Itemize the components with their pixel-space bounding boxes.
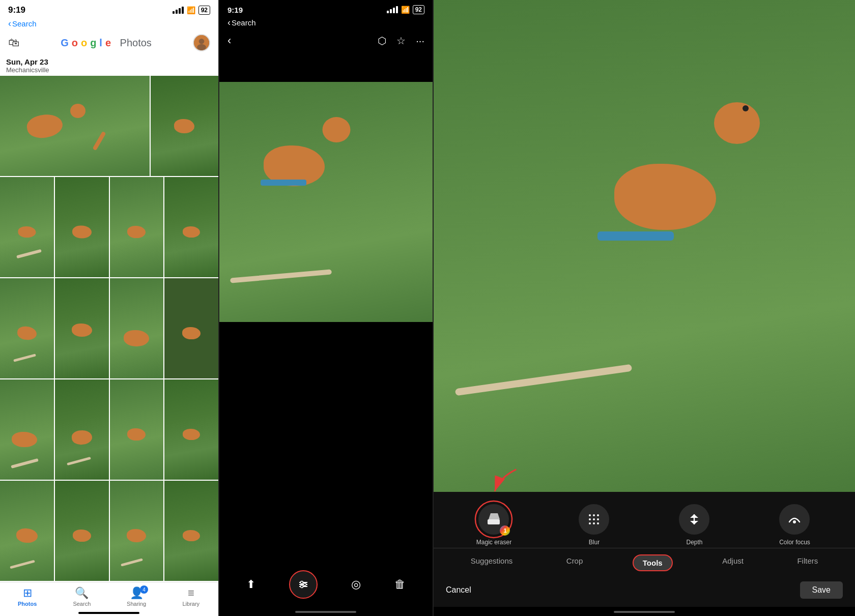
- magic-eraser-badge: 1: [500, 525, 510, 536]
- photo-cell-4b[interactable]: [55, 379, 109, 480]
- tab-filters[interactable]: Filters: [793, 554, 822, 571]
- photo-cell-4a[interactable]: [0, 379, 54, 480]
- photo-cell-5a[interactable]: [0, 481, 54, 581]
- photo-row-3: [0, 278, 218, 378]
- svg-point-17: [593, 518, 595, 520]
- photo-row-4: [0, 379, 218, 480]
- viewer-black-top: [219, 51, 433, 82]
- photos-icon: ⊞: [23, 586, 32, 600]
- blur-label: Blur: [589, 539, 600, 546]
- photo-row-5: [0, 481, 218, 581]
- svg-marker-24: [690, 521, 698, 524]
- back-chevron-gallery: ‹: [8, 18, 11, 29]
- magic-eraser-label: Magic eraser: [476, 539, 511, 546]
- share-icon-viewer[interactable]: ⬆: [246, 578, 255, 591]
- edit-tools-section: 1 Magic eraser: [434, 492, 855, 607]
- viewer-main-photo[interactable]: [219, 82, 433, 322]
- svg-marker-23: [690, 514, 698, 518]
- sharing-badge: 4: [140, 585, 148, 594]
- tools-row: 1 Magic eraser: [434, 500, 855, 548]
- color-focus-label: Color focus: [779, 539, 810, 546]
- depth-icon-svg: [688, 513, 701, 526]
- time-viewer: 9:19: [227, 6, 243, 14]
- svg-point-14: [593, 514, 595, 516]
- magic-eraser-icon-circle[interactable]: 1: [478, 504, 509, 535]
- photo-row-1: [0, 76, 218, 176]
- tool-color-focus[interactable]: Color focus: [772, 504, 817, 546]
- svg-point-8: [300, 585, 303, 588]
- back-row-gallery[interactable]: ‹ Search: [0, 17, 218, 31]
- svg-point-21: [597, 522, 599, 524]
- photo-cell-small-1[interactable]: [151, 76, 218, 176]
- edit-main-photo[interactable]: [434, 0, 855, 492]
- battery-gallery: 92: [198, 6, 210, 15]
- edit-tabs-row: Suggestions Crop Tools Adjust Filters: [434, 548, 855, 575]
- bottom-nav: ⊞ Photos 🔍 Search 👤 4 Sharing ≡ Library: [0, 582, 218, 609]
- tool-magic-eraser[interactable]: 1 Magic eraser: [471, 504, 517, 546]
- photo-cell-5d[interactable]: [164, 481, 218, 581]
- tool-blur[interactable]: Blur: [571, 504, 617, 546]
- tab-tools[interactable]: Tools: [633, 554, 673, 571]
- avatar[interactable]: [193, 34, 210, 51]
- depth-label: Depth: [686, 539, 702, 546]
- date-text: Sun, Apr 23: [6, 57, 212, 66]
- home-indicator-editor: [614, 611, 675, 613]
- svg-point-13: [589, 514, 591, 516]
- photo-cell-2b[interactable]: [55, 177, 109, 277]
- svg-point-1: [199, 39, 205, 44]
- nav-library[interactable]: ≡ Library: [173, 586, 209, 607]
- eraser-icon-svg: [487, 512, 501, 526]
- save-button[interactable]: Save: [800, 581, 843, 599]
- back-label-gallery[interactable]: Search: [12, 19, 37, 28]
- cast-icon[interactable]: ⬡: [378, 35, 386, 47]
- photo-cell-5c[interactable]: [110, 481, 164, 581]
- svg-point-15: [597, 514, 599, 516]
- photo-cell-4c[interactable]: [110, 379, 164, 480]
- wifi-icon: 📶: [187, 6, 195, 14]
- photo-cell-3b[interactable]: [55, 278, 109, 378]
- photo-cell-3d[interactable]: [164, 278, 218, 378]
- back-row-viewer[interactable]: ‹ Search: [219, 16, 433, 30]
- photos-label: Photos: [18, 601, 37, 607]
- svg-point-2: [197, 44, 206, 50]
- photo-row-2: [0, 177, 218, 277]
- photo-cell-2c[interactable]: [110, 177, 164, 277]
- color-focus-icon-circle[interactable]: [779, 504, 810, 535]
- blur-icon-svg: [587, 513, 601, 526]
- svg-point-16: [589, 518, 591, 520]
- svg-rect-10: [488, 519, 500, 524]
- tab-adjust[interactable]: Adjust: [718, 554, 748, 571]
- tab-crop[interactable]: Crop: [562, 554, 587, 571]
- delete-icon-viewer[interactable]: 🗑: [394, 578, 406, 591]
- nav-search[interactable]: 🔍 Search: [64, 586, 100, 607]
- shop-icon[interactable]: 🛍: [8, 36, 19, 49]
- tab-suggestions[interactable]: Suggestions: [467, 554, 517, 571]
- edit-action-row: Cancel Save: [434, 575, 855, 603]
- nav-sharing[interactable]: 👤 4 Sharing: [119, 586, 154, 607]
- nav-photos[interactable]: ⊞ Photos: [10, 586, 45, 607]
- photo-cell-2a[interactable]: [0, 177, 54, 277]
- photo-cell-2d[interactable]: [164, 177, 218, 277]
- home-indicator-gallery: [78, 612, 139, 614]
- photo-cell-3c[interactable]: [110, 278, 164, 378]
- blur-icon-circle[interactable]: [579, 504, 609, 535]
- back-button-viewer[interactable]: ‹: [227, 34, 231, 47]
- tool-depth[interactable]: Depth: [671, 504, 717, 546]
- home-indicator-viewer: [295, 611, 356, 613]
- viewer-black-bottom: [219, 322, 433, 562]
- photo-grid: [0, 75, 218, 582]
- back-label-viewer[interactable]: Search: [232, 18, 256, 27]
- back-chevron-viewer: ‹: [227, 17, 231, 28]
- lens-icon-viewer[interactable]: ◎: [351, 578, 361, 591]
- depth-icon-circle[interactable]: [679, 504, 709, 535]
- photo-cell-3a[interactable]: [0, 278, 54, 378]
- edit-button[interactable]: [289, 570, 318, 599]
- cancel-button[interactable]: Cancel: [446, 585, 471, 595]
- search-label: Search: [73, 601, 91, 607]
- viewer-bottom-bar: ⬆ ◎ 🗑: [219, 562, 433, 607]
- photo-cell-5b[interactable]: [55, 481, 109, 581]
- more-icon[interactable]: ···: [416, 35, 424, 47]
- photo-cell-4d[interactable]: [164, 379, 218, 480]
- star-icon[interactable]: ☆: [396, 35, 406, 47]
- photo-cell-large-1[interactable]: [0, 76, 150, 176]
